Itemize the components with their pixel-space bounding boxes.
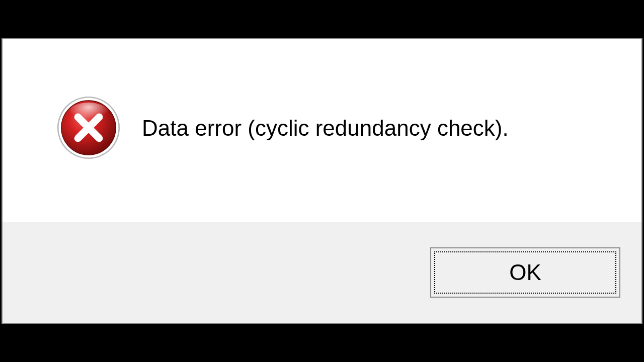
- ok-button-label: OK: [509, 260, 541, 285]
- dialog-body: Data error (cyclic redundancy check).: [3, 39, 641, 222]
- ok-button[interactable]: OK: [430, 247, 620, 298]
- error-x-icon: [55, 95, 122, 161]
- error-dialog: Data error (cyclic redundancy check). OK: [2, 38, 642, 324]
- dialog-footer: OK: [3, 222, 641, 323]
- error-message: Data error (cyclic redundancy check).: [142, 114, 509, 142]
